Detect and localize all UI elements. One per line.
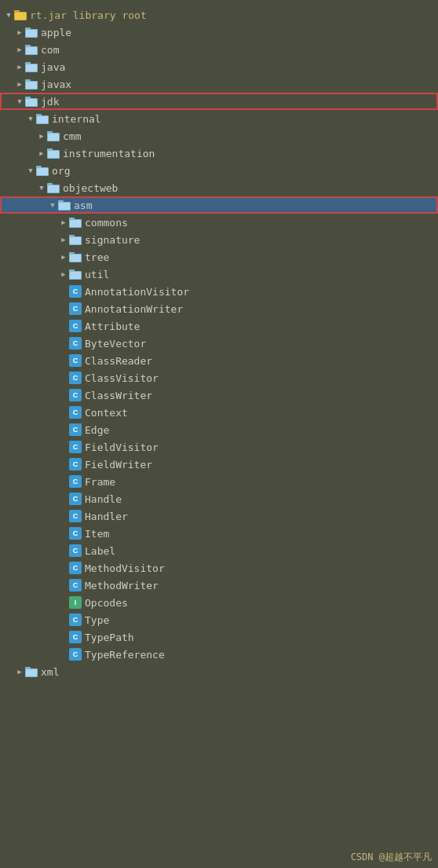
tree-root[interactable]: rt.jar library root [0,6,438,24]
svg-rect-11 [26,64,37,71]
arrow-collapsed [14,61,25,72]
tree-item-java[interactable]: java [0,58,438,75]
item-label-cmm: cmm [63,130,438,142]
tree-item-signature[interactable]: signature [0,231,438,248]
tree-items-container: apple com java javax jdk [0,24,438,680]
tree-item-cmm[interactable]: cmm [0,127,438,145]
class-icon: C [69,613,82,626]
tree-item-Attribute[interactable]: C Attribute [0,317,438,335]
tree-item-Opcodes[interactable]: I Opcodes [0,594,438,611]
item-label-org: org [52,165,438,177]
arrow-empty [58,493,69,504]
tree-item-TypeReference[interactable]: C TypeReference [0,646,438,663]
folder-icon [58,200,71,211]
tree-item-Context[interactable]: C Context [0,404,438,421]
class-icon: C [69,648,82,661]
tree-item-FieldVisitor[interactable]: C FieldVisitor [0,438,438,456]
folder-icon [69,251,82,262]
arrow-expanded [14,96,25,107]
tree-item-internal[interactable]: internal [0,110,438,127]
tree-item-MethodVisitor[interactable]: C MethodVisitor [0,559,438,577]
tree-item-commons[interactable]: commons [0,214,438,231]
tree-item-objectweb[interactable]: objectweb [0,179,438,196]
tree-item-util[interactable]: util [0,266,438,283]
item-label-instrumentation: instrumentation [63,148,438,159]
arrow-empty [58,390,69,401]
tree-item-xml[interactable]: xml [0,663,438,680]
class-icon: C [69,354,82,367]
class-icon: C [69,406,82,419]
class-icon: C [69,562,82,574]
tree-item-ClassWriter[interactable]: C ClassWriter [0,386,438,404]
class-icon: C [69,441,82,453]
svg-rect-29 [37,168,48,175]
tree-item-javax[interactable]: javax [0,75,438,93]
tree-item-Label[interactable]: C Label [0,542,438,559]
svg-rect-20 [37,116,48,123]
arrow-empty [58,632,69,643]
arrow-empty [58,649,69,660]
svg-rect-38 [70,220,81,227]
tree-item-ByteVector[interactable]: C ByteVector [0,335,438,352]
root-arrow [3,9,14,20]
folder-icon [25,79,38,90]
tree-item-Frame[interactable]: C Frame [0,473,438,490]
tree-item-AnnotationWriter[interactable]: C AnnotationWriter [0,300,438,317]
tree-item-tree[interactable]: tree [0,248,438,266]
tree-item-Handle[interactable]: C Handle [0,490,438,507]
item-label-TypeReference: TypeReference [85,649,438,661]
tree-item-Type[interactable]: C Type [0,611,438,628]
class-icon: C [69,475,82,488]
tree-item-FieldWriter[interactable]: C FieldWriter [0,456,438,473]
tree-item-ClassVisitor[interactable]: C ClassVisitor [0,369,438,386]
item-label-Handle: Handle [85,493,438,505]
file-tree: rt.jar library root apple com java [0,0,438,687]
folder-icon [69,269,82,280]
item-label-TypePath: TypePath [85,632,438,643]
folder-icon [47,182,60,193]
arrow-empty [58,545,69,556]
item-label-jdk: jdk [41,96,438,108]
tree-item-instrumentation[interactable]: instrumentation [0,145,438,162]
arrow-empty [58,303,69,314]
tree-item-apple[interactable]: apple [0,24,438,41]
item-label-objectweb: objectweb [63,182,438,194]
tree-item-AnnotationVisitor[interactable]: C AnnotationVisitor [0,283,438,300]
item-label-ClassVisitor: ClassVisitor [85,372,438,384]
tree-item-asm[interactable]: asm [0,196,438,214]
tree-item-Edge[interactable]: C Edge [0,421,438,438]
arrow-empty [58,424,69,435]
item-label-asm: asm [74,200,438,211]
tree-item-org[interactable]: org [0,162,438,179]
watermark-text: CSDN @超越不平凡 [351,851,432,864]
folder-icon [69,234,82,245]
arrow-collapsed [58,234,69,245]
item-label-java: java [41,61,438,73]
folder-icon [25,27,38,38]
svg-rect-5 [26,30,37,37]
svg-rect-8 [26,47,37,54]
item-label-Handler: Handler [85,511,438,522]
folder-icon [25,666,38,677]
tree-item-TypePath[interactable]: C TypePath [0,628,438,646]
tree-item-MethodWriter[interactable]: C MethodWriter [0,577,438,594]
tree-item-Handler[interactable]: C Handler [0,507,438,525]
svg-rect-32 [48,185,59,192]
tree-item-ClassReader[interactable]: C ClassReader [0,352,438,369]
tree-item-Item[interactable]: C Item [0,525,438,542]
arrow-empty [58,355,69,366]
item-label-FieldWriter: FieldWriter [85,459,438,471]
item-label-tree: tree [85,251,438,263]
folder-icon [47,148,60,159]
class-icon: C [69,493,82,505]
item-label-Context: Context [85,407,438,419]
tree-item-jdk[interactable]: jdk [0,93,438,110]
item-label-Opcodes: Opcodes [85,597,438,609]
tree-item-com[interactable]: com [0,41,438,58]
arrow-expanded [47,200,58,211]
folder-icon [25,96,38,107]
svg-rect-26 [48,151,59,158]
class-icon: C [69,423,82,436]
item-label-commons: commons [85,217,438,229]
arrow-expanded [25,165,36,176]
